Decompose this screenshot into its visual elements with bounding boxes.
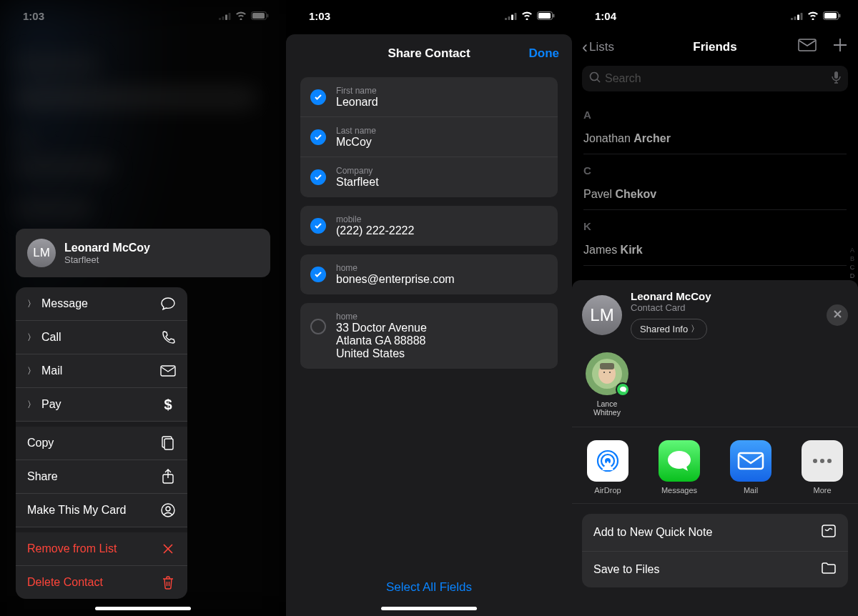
svg-rect-24 <box>824 13 837 19</box>
status-bar: 1:04 <box>572 0 858 31</box>
status-bar: 1:03 <box>0 0 286 31</box>
menu-label: Copy <box>27 437 54 449</box>
blurred-content-placeholder <box>14 43 272 214</box>
copy-icon <box>160 435 176 451</box>
checkmark-icon[interactable] <box>310 129 326 145</box>
wifi-icon <box>235 10 247 22</box>
svg-rect-1 <box>222 16 225 20</box>
avatar-initials: LM <box>33 246 50 260</box>
x-icon <box>160 541 176 557</box>
battery-icon <box>251 10 269 22</box>
svg-rect-19 <box>791 18 793 20</box>
field-group-name: First nameLeonard Last nameMcCoy Company… <box>300 77 558 197</box>
share-icon <box>160 469 176 485</box>
select-all-fields-button[interactable]: Select All Fields <box>286 580 572 595</box>
menu-call[interactable]: 〉Call <box>16 321 187 354</box>
status-bar: 1:03 <box>286 0 572 31</box>
svg-rect-22 <box>801 13 803 20</box>
field-value: Starfleet <box>336 176 379 189</box>
field-home-email[interactable]: homebones@enterprise.com <box>300 254 558 294</box>
unchecked-circle-icon[interactable] <box>310 319 326 334</box>
menu-label: Pay <box>41 398 61 411</box>
svg-rect-25 <box>839 14 841 17</box>
screen-contact-context-menu: 1:03 LM Leonard McCoy Starfleet 〉Message… <box>0 0 286 616</box>
field-value: Leonard <box>336 96 378 109</box>
checkmark-icon[interactable] <box>310 267 326 282</box>
recent-name-line2: Whitney <box>585 408 629 417</box>
svg-rect-0 <box>219 18 221 20</box>
home-indicator[interactable] <box>95 607 191 610</box>
home-indicator[interactable] <box>381 607 477 610</box>
share-sheet: LM Leonard McCoy Contact Card Shared Inf… <box>572 280 858 616</box>
checkmark-icon[interactable] <box>310 218 326 234</box>
field-home-address[interactable]: home 33 Doctor Avenue Atlanta GA 88888 U… <box>300 303 558 369</box>
share-app-airdrop[interactable]: AirDrop <box>582 440 633 495</box>
shared-info-button[interactable]: Shared Info 〉 <box>631 319 707 339</box>
contact-company: Starfleet <box>64 254 150 265</box>
svg-rect-42 <box>822 525 835 537</box>
back-button[interactable]: ‹ Lists <box>582 37 614 57</box>
svg-rect-3 <box>229 13 231 20</box>
person-circle-icon <box>160 502 176 518</box>
menu-mail[interactable]: 〉Mail <box>16 354 187 388</box>
field-company[interactable]: CompanyStarfleet <box>300 157 558 197</box>
done-button[interactable]: Done <box>529 46 560 61</box>
svg-point-41 <box>827 459 832 463</box>
svg-rect-2 <box>225 14 227 20</box>
share-app-more[interactable]: More <box>797 440 848 495</box>
envelope-icon <box>160 363 176 379</box>
airdrop-icon <box>587 440 628 482</box>
cellular-icon <box>219 10 231 22</box>
field-mobile[interactable]: mobile(222) 222-2222 <box>300 206 558 246</box>
action-save-to-files[interactable]: Save to Files <box>582 552 848 587</box>
menu-make-my-card[interactable]: Make This My Card <box>16 494 187 527</box>
svg-rect-8 <box>164 439 173 449</box>
index-letter[interactable]: D <box>848 272 857 280</box>
folder-icon <box>821 562 837 577</box>
status-icons <box>505 10 555 22</box>
recent-contact-lance[interactable]: Lance Whitney <box>585 352 629 417</box>
share-app-messages[interactable]: Messages <box>654 440 705 495</box>
menu-remove-from-list[interactable]: Remove from List <box>16 532 187 566</box>
field-group-address: home 33 Doctor Avenue Atlanta GA 88888 U… <box>300 303 558 369</box>
status-time: 1:04 <box>595 10 616 22</box>
chevron-left-icon: ‹ <box>582 37 588 57</box>
svg-point-33 <box>603 372 605 373</box>
dim-overlay <box>572 63 858 266</box>
action-label: Save to Files <box>593 563 659 576</box>
wifi-icon <box>807 10 819 22</box>
app-label: Mail <box>725 486 776 495</box>
sheet-header: Share Contact Done <box>286 34 572 73</box>
field-last-name[interactable]: Last nameMcCoy <box>300 117 558 157</box>
plus-icon[interactable] <box>832 37 848 57</box>
app-label: Messages <box>654 486 705 495</box>
checkmark-icon[interactable] <box>310 169 326 185</box>
field-label: Company <box>336 166 379 176</box>
envelope-icon[interactable] <box>798 37 817 57</box>
svg-rect-38 <box>739 453 763 469</box>
address-line2: Atlanta GA 88888 <box>336 334 427 347</box>
menu-share[interactable]: Share <box>16 460 187 494</box>
mail-icon <box>730 440 771 482</box>
svg-rect-15 <box>515 13 517 20</box>
action-label: Add to New Quick Note <box>593 526 712 539</box>
menu-message[interactable]: 〉Message <box>16 287 187 321</box>
message-icon <box>160 296 176 312</box>
menu-pay[interactable]: 〉Pay $ <box>16 388 187 422</box>
action-quick-note[interactable]: Add to New Quick Note <box>582 514 848 552</box>
avatar-initials: LM <box>590 305 613 325</box>
svg-rect-18 <box>553 14 555 17</box>
checkmark-icon[interactable] <box>310 89 326 105</box>
close-button[interactable] <box>827 304 848 326</box>
messages-badge-icon <box>616 382 630 397</box>
share-apps-row: AirDrop Messages Mail More <box>572 427 858 504</box>
chevron-right-icon: 〉 <box>27 332 36 344</box>
menu-copy[interactable]: Copy <box>16 427 187 460</box>
more-icon <box>802 440 843 482</box>
menu-delete-contact[interactable]: Delete Contact <box>16 566 187 599</box>
field-first-name[interactable]: First nameLeonard <box>300 77 558 117</box>
contact-preview-chip[interactable]: LM Leonard McCoy Starfleet <box>16 229 270 277</box>
share-app-mail[interactable]: Mail <box>725 440 776 495</box>
app-label: More <box>797 486 848 495</box>
recent-contacts-row: Lance Whitney <box>572 339 858 427</box>
